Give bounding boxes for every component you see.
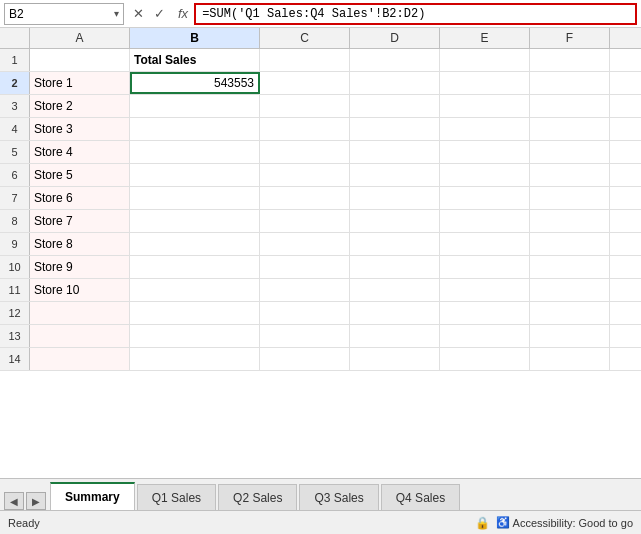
cell-1-A[interactable] — [30, 49, 130, 71]
cell-10-C[interactable] — [260, 256, 350, 278]
cell-7-F[interactable] — [530, 187, 610, 209]
cell-5-C[interactable] — [260, 141, 350, 163]
cell-8-E[interactable] — [440, 210, 530, 232]
cell-3-A[interactable]: Store 2 — [30, 95, 130, 117]
cell-2-D[interactable] — [350, 72, 440, 94]
cell-6-C[interactable] — [260, 164, 350, 186]
cell-3-D[interactable] — [350, 95, 440, 117]
cell-7-B[interactable] — [130, 187, 260, 209]
cell-11-F[interactable] — [530, 279, 610, 301]
tab-next-button[interactable]: ▶ — [26, 492, 46, 510]
cell-8-A[interactable]: Store 7 — [30, 210, 130, 232]
cell-9-F[interactable] — [530, 233, 610, 255]
cell-1-F[interactable] — [530, 49, 610, 71]
cell-5-B[interactable] — [130, 141, 260, 163]
cell-14-B[interactable] — [130, 348, 260, 370]
col-header-a[interactable]: A — [30, 28, 130, 48]
cell-10-A[interactable]: Store 9 — [30, 256, 130, 278]
cell-2-E[interactable] — [440, 72, 530, 94]
formula-cancel-icon[interactable]: ✕ — [130, 5, 147, 22]
cell-12-F[interactable] — [530, 302, 610, 324]
cell-6-E[interactable] — [440, 164, 530, 186]
cell-7-C[interactable] — [260, 187, 350, 209]
cell-3-E[interactable] — [440, 95, 530, 117]
cell-14-C[interactable] — [260, 348, 350, 370]
cell-12-B[interactable] — [130, 302, 260, 324]
cell-2-F[interactable] — [530, 72, 610, 94]
cell-9-E[interactable] — [440, 233, 530, 255]
cell-2-B[interactable]: 543553 — [130, 72, 260, 94]
col-header-b[interactable]: B — [130, 28, 260, 48]
cell-14-F[interactable] — [530, 348, 610, 370]
cell-5-F[interactable] — [530, 141, 610, 163]
cell-6-D[interactable] — [350, 164, 440, 186]
cell-11-E[interactable] — [440, 279, 530, 301]
formula-input[interactable] — [194, 3, 637, 25]
cell-3-F[interactable] — [530, 95, 610, 117]
cell-6-B[interactable] — [130, 164, 260, 186]
cell-13-E[interactable] — [440, 325, 530, 347]
cell-13-F[interactable] — [530, 325, 610, 347]
cell-11-A[interactable]: Store 10 — [30, 279, 130, 301]
cell-4-C[interactable] — [260, 118, 350, 140]
cell-1-D[interactable] — [350, 49, 440, 71]
cell-7-D[interactable] — [350, 187, 440, 209]
cell-10-F[interactable] — [530, 256, 610, 278]
cell-13-B[interactable] — [130, 325, 260, 347]
cell-3-C[interactable] — [260, 95, 350, 117]
cell-12-C[interactable] — [260, 302, 350, 324]
cell-5-D[interactable] — [350, 141, 440, 163]
cell-4-D[interactable] — [350, 118, 440, 140]
cell-10-B[interactable] — [130, 256, 260, 278]
tab-q3-sales[interactable]: Q3 Sales — [299, 484, 378, 510]
cell-5-A[interactable]: Store 4 — [30, 141, 130, 163]
cell-12-E[interactable] — [440, 302, 530, 324]
cell-4-E[interactable] — [440, 118, 530, 140]
cell-13-C[interactable] — [260, 325, 350, 347]
cell-1-B[interactable]: Total Sales — [130, 49, 260, 71]
tab-prev-button[interactable]: ◀ — [4, 492, 24, 510]
cell-3-B[interactable] — [130, 95, 260, 117]
cell-11-D[interactable] — [350, 279, 440, 301]
cell-1-E[interactable] — [440, 49, 530, 71]
cell-7-A[interactable]: Store 6 — [30, 187, 130, 209]
cell-2-A[interactable]: Store 1 — [30, 72, 130, 94]
cell-10-E[interactable] — [440, 256, 530, 278]
cell-6-F[interactable] — [530, 164, 610, 186]
cell-4-F[interactable] — [530, 118, 610, 140]
col-header-f[interactable]: F — [530, 28, 610, 48]
cell-14-A[interactable] — [30, 348, 130, 370]
formula-confirm-icon[interactable]: ✓ — [151, 5, 168, 22]
cell-9-B[interactable] — [130, 233, 260, 255]
cell-4-A[interactable]: Store 3 — [30, 118, 130, 140]
cell-9-A[interactable]: Store 8 — [30, 233, 130, 255]
cell-1-C[interactable] — [260, 49, 350, 71]
cell-11-C[interactable] — [260, 279, 350, 301]
cell-5-E[interactable] — [440, 141, 530, 163]
col-header-e[interactable]: E — [440, 28, 530, 48]
cell-8-D[interactable] — [350, 210, 440, 232]
col-header-d[interactable]: D — [350, 28, 440, 48]
cell-6-A[interactable]: Store 5 — [30, 164, 130, 186]
cell-10-D[interactable] — [350, 256, 440, 278]
cell-8-C[interactable] — [260, 210, 350, 232]
cell-9-C[interactable] — [260, 233, 350, 255]
cell-12-A[interactable] — [30, 302, 130, 324]
cell-12-D[interactable] — [350, 302, 440, 324]
cell-2-C[interactable] — [260, 72, 350, 94]
tab-q1-sales[interactable]: Q1 Sales — [137, 484, 216, 510]
cell-13-D[interactable] — [350, 325, 440, 347]
col-header-c[interactable]: C — [260, 28, 350, 48]
cell-4-B[interactable] — [130, 118, 260, 140]
tab-q4-sales[interactable]: Q4 Sales — [381, 484, 460, 510]
cell-8-F[interactable] — [530, 210, 610, 232]
cell-13-A[interactable] — [30, 325, 130, 347]
cell-9-D[interactable] — [350, 233, 440, 255]
cell-8-B[interactable] — [130, 210, 260, 232]
cell-11-B[interactable] — [130, 279, 260, 301]
cell-7-E[interactable] — [440, 187, 530, 209]
name-box[interactable]: B2 ▾ — [4, 3, 124, 25]
tab-q2-sales[interactable]: Q2 Sales — [218, 484, 297, 510]
cell-14-E[interactable] — [440, 348, 530, 370]
tab-summary[interactable]: Summary — [50, 482, 135, 510]
